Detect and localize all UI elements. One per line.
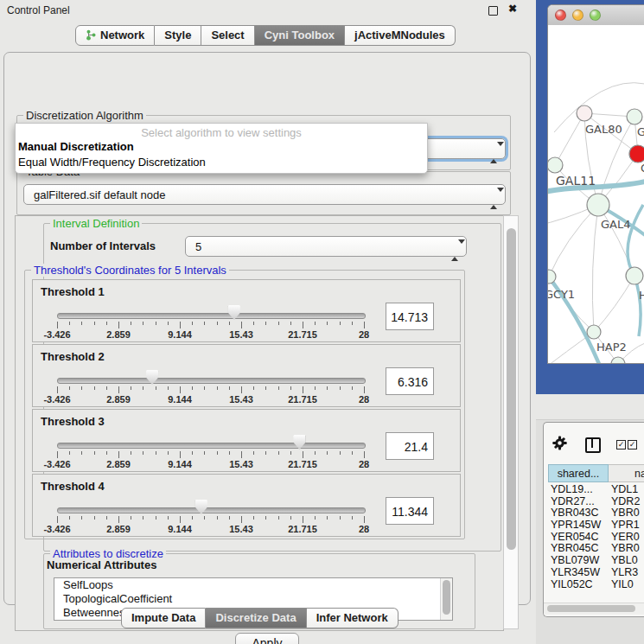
network-node-gal80[interactable]	[577, 105, 592, 121]
vertical-scrollbar[interactable]	[503, 215, 519, 629]
float-window-icon[interactable]	[488, 6, 498, 16]
table-row[interactable]: YIL052CYIL0	[544, 578, 644, 590]
threshold-value-field[interactable]: 6.316	[386, 367, 434, 395]
tick-mark	[352, 451, 353, 455]
tab-impute-data[interactable]: Impute Data	[121, 608, 206, 628]
table-data-combo[interactable]: galFiltered.sif default node	[23, 184, 506, 205]
tab-infer-network[interactable]: Infer Network	[307, 608, 399, 628]
table-row[interactable]: YBR045CYBR0	[544, 542, 644, 554]
network-node-hap2[interactable]	[587, 325, 601, 339]
tick-mark	[253, 451, 254, 455]
tick-mark	[143, 451, 143, 455]
popup-item-manual-discretization[interactable]: Manual Discretization	[18, 140, 134, 153]
table-row[interactable]: YBL079WYBL0	[544, 554, 644, 566]
slider-track[interactable]	[57, 313, 366, 319]
tick-label: 21.715	[288, 329, 317, 340]
network-node[interactable]	[626, 267, 643, 284]
tab-select[interactable]: Select	[201, 25, 254, 46]
table-row[interactable]: YDR27...YDR2	[544, 495, 644, 507]
number-of-intervals-spinner[interactable]: 5	[185, 236, 467, 257]
tick-mark	[278, 322, 279, 325]
list-scrollbar[interactable]	[440, 578, 452, 620]
table-row[interactable]: YPR145WYPR1	[544, 519, 644, 531]
network-node-gcy1[interactable]	[548, 270, 556, 284]
tab-label: Style	[164, 29, 191, 41]
horizontal-scrollbar[interactable]	[544, 603, 644, 615]
tick-label: 9.144	[168, 459, 192, 469]
popup-item-equal-width-frequency-discretization[interactable]: Equal Width/Frequency Discretization	[18, 156, 206, 169]
close-traffic-light[interactable]	[555, 10, 566, 21]
gear-icon[interactable]	[552, 436, 567, 450]
table-row[interactable]: YER054CYER0	[544, 531, 644, 543]
tick-mark	[278, 516, 279, 520]
threshold-value-field[interactable]: 14.713	[386, 303, 434, 330]
cell-name: YBR0	[604, 507, 640, 519]
slider-ticks	[57, 451, 364, 458]
cell-name: YLR3	[604, 566, 638, 578]
threshold-value-field[interactable]: 21.4	[386, 432, 434, 460]
tab-jactivemnodules[interactable]: jActiveMNodules	[345, 25, 456, 46]
tick-mark	[69, 322, 70, 325]
tick-mark	[131, 516, 131, 520]
cell-name: YDR2	[604, 495, 640, 507]
slider-track[interactable]	[57, 378, 366, 384]
table-row[interactable]: YBR043CYBR0	[544, 507, 644, 519]
tab-style[interactable]: Style	[155, 25, 201, 46]
node-label-c: C	[641, 162, 644, 175]
combo-value: galFiltered.sif default node	[34, 188, 165, 201]
tick-label: 21.715	[288, 524, 317, 534]
checkbox-icon[interactable]: ✓	[628, 440, 637, 450]
numerical-attributes-label: Numerical Attributes	[47, 558, 156, 571]
zoom-traffic-light[interactable]	[590, 10, 601, 21]
network-edge[interactable]	[592, 205, 598, 332]
tick-mark	[327, 386, 328, 390]
tick-mark	[327, 516, 328, 520]
tick-mark	[241, 322, 242, 328]
apply-button[interactable]: Apply	[235, 633, 299, 644]
column-header-shared-name[interactable]: shared...	[548, 464, 609, 482]
network-canvas[interactable]: GAL80GACGAL11GAL4GCY1HHAP2	[548, 25, 644, 363]
tick-mark	[315, 386, 316, 390]
slider-track[interactable]	[57, 507, 366, 513]
network-node-gal4[interactable]	[587, 194, 609, 216]
top-tab-bar: NetworkStyleSelectCyni ToolboxjActiveMNo…	[75, 25, 456, 46]
tick-mark	[94, 451, 95, 455]
network-edge[interactable]	[594, 276, 634, 332]
column-header-name[interactable]: na	[609, 464, 644, 482]
tab-network[interactable]: Network	[75, 25, 155, 46]
slider-track[interactable]	[57, 443, 366, 449]
close-icon[interactable]: ✖	[508, 3, 517, 15]
tick-mark	[180, 516, 181, 523]
cell-shared-name: YDR27...	[544, 495, 604, 507]
network-edge[interactable]	[549, 205, 598, 277]
network-node[interactable]	[548, 157, 563, 173]
network-thick-edge[interactable]	[628, 205, 643, 276]
minimize-traffic-light[interactable]	[572, 10, 583, 21]
tick-mark	[315, 322, 316, 325]
network-node[interactable]	[629, 145, 644, 163]
tab-cyni-toolbox[interactable]: Cyni Toolbox	[255, 25, 345, 46]
tick-label: 9.144	[168, 394, 192, 405]
cell-shared-name: YER054C	[544, 531, 604, 543]
list-item-topologicalcoefficient[interactable]: TopologicalCoefficient	[54, 592, 452, 606]
tick-mark	[168, 516, 169, 520]
table-row[interactable]: YLR345WYLR3	[544, 566, 644, 578]
tick-label: 2.859	[106, 524, 131, 534]
tick-mark	[241, 516, 242, 523]
network-edge[interactable]	[555, 113, 584, 165]
checkbox-icon[interactable]: ✓	[616, 440, 626, 450]
tab-discretize-data[interactable]: Discretize Data	[206, 608, 306, 628]
algorithm-dropdown-popup: Select algorithm to view settings Manual…	[15, 123, 428, 174]
threshold-label: Threshold 3	[41, 415, 105, 428]
columns-icon[interactable]	[585, 437, 601, 453]
tick-mark	[290, 322, 291, 325]
table-row[interactable]: YDL19...YDL1	[544, 483, 644, 495]
list-item-selfloops[interactable]: SelfLoops	[54, 578, 452, 592]
network-node[interactable]	[627, 109, 642, 124]
network-window-titlebar[interactable]	[548, 5, 644, 26]
tick-mark	[303, 386, 303, 393]
tick-mark	[340, 516, 341, 520]
tick-mark	[57, 322, 58, 328]
threshold-value-field[interactable]: 11.344	[386, 497, 434, 525]
tick-mark	[217, 451, 218, 455]
